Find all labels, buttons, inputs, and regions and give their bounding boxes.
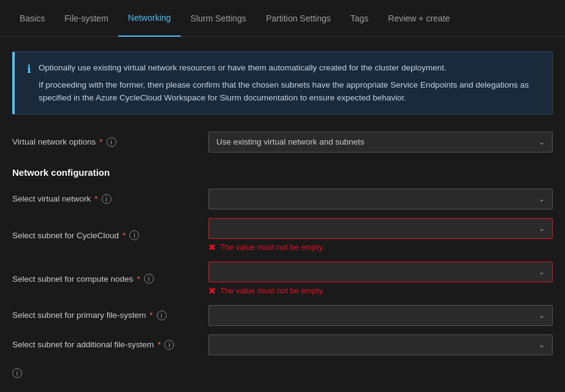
vnet-options-dropdown[interactable]: Use existing virtual network and subnets… <box>208 132 553 153</box>
bottom-info-icon[interactable]: i <box>12 368 22 378</box>
tab-bar: BasicsFile-systemNetworkingSlurm Setting… <box>0 0 565 37</box>
required-select-vnet: * <box>94 194 97 203</box>
form-row-select-subnet-compute: Select subnet for compute nodes *i⌄✖The … <box>12 262 553 296</box>
tab-filesystem[interactable]: File-system <box>55 0 118 37</box>
vnet-options-chevron: ⌄ <box>539 138 545 146</box>
label-select-subnet-additional-fs: Select subnet for additional file-system… <box>12 340 208 350</box>
label-select-vnet: Select virtual network *i <box>12 194 208 204</box>
label-text-select-subnet-cyclecloud: Select subnet for CycleCloud <box>12 231 119 240</box>
chevron-select-subnet-additional-fs: ⌄ <box>539 341 545 349</box>
bottom-info: i <box>12 368 553 378</box>
dropdown-select-subnet-compute[interactable]: ⌄ <box>208 262 553 282</box>
error-icon-select-subnet-cyclecloud: ✖ <box>208 242 216 253</box>
tab-slurm[interactable]: Slurm Settings <box>181 0 256 37</box>
label-text-select-vnet: Select virtual network <box>12 194 91 203</box>
dropdown-select-vnet[interactable]: ⌄ <box>208 189 553 209</box>
tab-review[interactable]: Review + create <box>378 0 460 37</box>
label-select-subnet-primary-fs: Select subnet for primary file-system *i <box>12 311 208 320</box>
vnet-options-info-icon[interactable]: i <box>107 137 116 147</box>
dropdown-select-subnet-primary-fs[interactable]: ⌄ <box>208 305 553 326</box>
tab-partition[interactable]: Partition Settings <box>256 0 341 37</box>
chevron-select-subnet-primary-fs: ⌄ <box>539 311 545 320</box>
tab-basics[interactable]: Basics <box>10 0 55 37</box>
control-wrap-select-vnet: ⌄ <box>208 189 553 209</box>
required-select-subnet-cyclecloud: * <box>123 231 126 240</box>
main-content: ℹ Optionally use existing virtual networ… <box>0 37 565 392</box>
network-config-title: Network configuration <box>12 167 553 178</box>
chevron-select-subnet-compute: ⌄ <box>539 268 545 276</box>
info-select-subnet-compute[interactable]: i <box>144 274 154 284</box>
info-select-subnet-primary-fs[interactable]: i <box>157 311 167 320</box>
info-line1: Optionally use existing virtual network … <box>39 62 540 74</box>
network-config-section: Network configuration Select virtual net… <box>12 167 553 355</box>
dropdown-select-subnet-additional-fs[interactable]: ⌄ <box>208 334 553 355</box>
tab-tags[interactable]: Tags <box>341 0 379 37</box>
error-msg-select-subnet-compute: ✖The value must not be empty. <box>208 285 553 296</box>
vnet-options-label: Virtual network options * i <box>12 137 208 147</box>
label-select-subnet-cyclecloud: Select subnet for CycleCloud *i <box>12 230 208 240</box>
required-star: * <box>99 137 102 146</box>
control-wrap-select-subnet-additional-fs: ⌄ <box>208 334 553 355</box>
info-select-subnet-cyclecloud[interactable]: i <box>129 230 139 240</box>
chevron-select-subnet-cyclecloud: ⌄ <box>539 224 545 233</box>
error-msg-select-subnet-cyclecloud: ✖The value must not be empty. <box>208 242 553 253</box>
vnet-options-value: Use existing virtual network and subnets <box>216 137 365 146</box>
error-icon-select-subnet-compute: ✖ <box>208 285 216 296</box>
info-select-vnet[interactable]: i <box>102 194 112 204</box>
control-wrap-select-subnet-compute: ⌄✖The value must not be empty. <box>208 262 553 296</box>
control-wrap-select-subnet-cyclecloud: ⌄✖The value must not be empty. <box>208 218 553 253</box>
form-row-select-subnet-additional-fs: Select subnet for additional file-system… <box>12 334 553 355</box>
label-text-select-subnet-compute: Select subnet for compute nodes <box>12 274 133 284</box>
vnet-options-row: Virtual network options * i Use existing… <box>12 132 553 153</box>
tab-networking[interactable]: Networking <box>118 0 181 37</box>
required-select-subnet-primary-fs: * <box>150 311 153 320</box>
chevron-select-vnet: ⌄ <box>539 195 545 203</box>
control-wrap-select-subnet-primary-fs: ⌄ <box>208 305 553 326</box>
info-select-subnet-additional-fs[interactable]: i <box>164 340 174 350</box>
form-row-select-subnet-primary-fs: Select subnet for primary file-system *i… <box>12 305 553 326</box>
error-text-select-subnet-cyclecloud: The value must not be empty. <box>220 243 324 252</box>
label-select-subnet-compute: Select subnet for compute nodes *i <box>12 274 208 284</box>
label-text-select-subnet-primary-fs: Select subnet for primary file-system <box>12 311 146 320</box>
required-select-subnet-compute: * <box>137 274 140 284</box>
required-select-subnet-additional-fs: * <box>157 340 161 349</box>
label-text-select-subnet-additional-fs: Select subnet for additional file-system <box>12 340 154 349</box>
info-icon: ℹ <box>27 62 31 104</box>
error-text-select-subnet-compute: The value must not be empty. <box>220 286 324 295</box>
form-row-select-subnet-cyclecloud: Select subnet for CycleCloud *i⌄✖The val… <box>12 218 553 253</box>
info-line2: If proceeding with the former, then plea… <box>39 79 540 104</box>
network-fields: Select virtual network *i⌄Select subnet … <box>12 189 553 355</box>
form-row-select-vnet: Select virtual network *i⌄ <box>12 189 553 209</box>
info-box: ℹ Optionally use existing virtual networ… <box>12 51 553 115</box>
dropdown-select-subnet-cyclecloud[interactable]: ⌄ <box>208 218 553 239</box>
